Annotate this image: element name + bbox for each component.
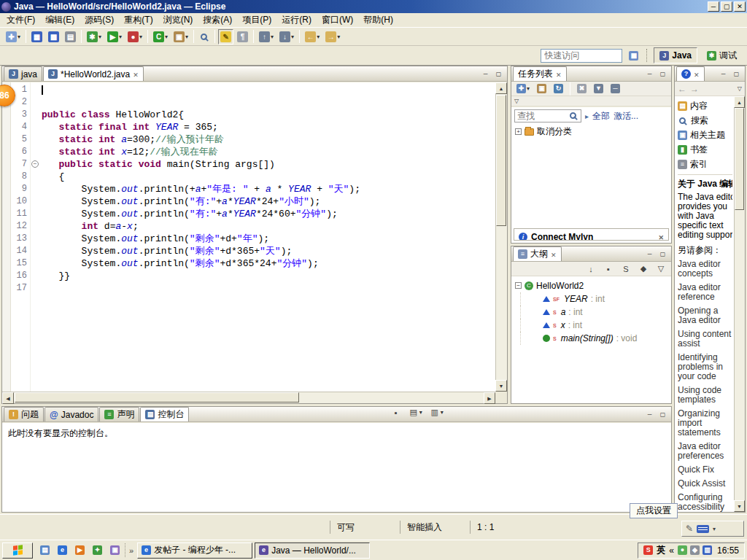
media-player-button[interactable]: ▶ xyxy=(73,543,87,557)
start-button[interactable] xyxy=(2,542,33,559)
scroll-right-icon[interactable]: ▶ xyxy=(484,392,495,404)
outline-tab[interactable]: ≡ 大纲 xyxy=(513,246,562,261)
help-nav-search[interactable]: 搜索 xyxy=(678,113,732,128)
sort-button[interactable]: ↓ xyxy=(584,262,598,276)
maximize-view-icon[interactable] xyxy=(657,249,668,259)
mark-occurrences-button[interactable]: ✎ xyxy=(218,29,233,44)
pen-icon[interactable]: ✎ xyxy=(686,524,693,534)
minimize-view-icon[interactable] xyxy=(480,69,491,79)
menu-item-9[interactable]: 帮助(H) xyxy=(358,12,398,28)
perspective-java-button[interactable]: J Java xyxy=(654,47,697,63)
quick-access-input[interactable] xyxy=(541,49,622,63)
filter-activate-link[interactable]: 激活... xyxy=(614,110,638,122)
close-icon[interactable] xyxy=(551,249,557,260)
hide-fields-button[interactable]: ▪ xyxy=(601,262,616,276)
close-icon[interactable] xyxy=(133,69,139,79)
save-button[interactable]: ▦ xyxy=(29,29,44,44)
window-maximize-button[interactable] xyxy=(721,1,732,12)
menu-item-1[interactable]: 编辑(E) xyxy=(40,12,80,28)
scrollbar-thumb[interactable] xyxy=(496,95,506,226)
task-list-view-menu[interactable]: ▽ xyxy=(511,96,671,106)
outline-member-2[interactable]: Sx : int xyxy=(520,319,671,332)
messenger-button[interactable]: ✦ xyxy=(90,543,104,557)
outline-member-1[interactable]: Sa : int xyxy=(520,306,671,319)
quick-launch-chevron-icon[interactable]: » xyxy=(128,546,135,555)
maximize-view-icon[interactable] xyxy=(493,69,504,79)
hide-non-public-button[interactable]: ◆ xyxy=(636,262,651,276)
window-close-button[interactable] xyxy=(734,1,746,12)
editor-horizontal-scrollbar[interactable]: ◀ ▶ xyxy=(2,392,495,403)
show-desktop-button[interactable]: ▤ xyxy=(38,543,52,557)
console-tab-problems[interactable]: !问题 xyxy=(4,407,44,421)
minimize-view-icon[interactable] xyxy=(644,249,655,259)
categorize-button[interactable]: ▣ xyxy=(535,82,549,96)
maximize-view-icon[interactable] xyxy=(657,410,668,419)
new-java-class-button[interactable]: C▾ xyxy=(151,29,170,44)
scroll-down-icon[interactable]: ▼ xyxy=(495,380,507,392)
uncategorized-row[interactable]: 取消分类 xyxy=(511,125,671,139)
scrollbar-thumb[interactable] xyxy=(15,392,299,402)
outline-class-row[interactable]: HelloWorld2 xyxy=(511,279,671,292)
volume-icon[interactable]: ◆ xyxy=(690,545,700,555)
console-tab-javadoc[interactable]: @Javadoc xyxy=(44,407,98,421)
help-topic-link-7[interactable]: Java editorpreferences xyxy=(678,442,732,461)
show-whitespace-button[interactable]: ¶ xyxy=(235,29,250,44)
code-area[interactable]: public class HelloWorld2{ static final i… xyxy=(39,82,495,392)
new-button[interactable]: ✚▾ xyxy=(4,29,23,44)
network-icon[interactable]: ▥ xyxy=(703,545,712,555)
antivirus-tray-icon[interactable]: S xyxy=(643,545,653,555)
close-icon[interactable] xyxy=(556,69,562,79)
minimize-view-icon[interactable] xyxy=(644,410,655,419)
browser-button[interactable]: e xyxy=(55,543,69,557)
run-external-tools-button[interactable]: ●▾ xyxy=(125,29,144,44)
minimize-view-icon[interactable] xyxy=(718,69,729,79)
close-icon[interactable] xyxy=(694,69,700,79)
forward-button[interactable]: →▾ xyxy=(323,29,342,44)
help-topic-link-4[interactable]: Identifyingproblems inyour code xyxy=(678,353,732,381)
view-menu-button[interactable]: ▽ xyxy=(654,262,668,276)
keyboard-icon[interactable] xyxy=(697,525,709,533)
explorer-button[interactable]: ▣ xyxy=(108,543,122,557)
language-menu-icon[interactable]: ▾ xyxy=(713,526,716,532)
help-topic-link-1[interactable]: Java editorreference xyxy=(678,283,732,302)
maximize-view-icon[interactable] xyxy=(731,69,742,79)
previous-annotation-button[interactable]: ↑▾ xyxy=(257,29,276,44)
menu-item-0[interactable]: 文件(F) xyxy=(1,12,40,28)
minimize-view-icon[interactable] xyxy=(644,69,655,79)
menu-item-6[interactable]: 项目(P) xyxy=(237,12,276,28)
editor-vertical-scrollbar[interactable]: ▲ ▼ xyxy=(495,82,507,392)
help-nav-index[interactable]: ≡索引 xyxy=(678,157,732,171)
open-perspective-button[interactable]: ▦ xyxy=(627,49,640,63)
perspective-bar-handle[interactable] xyxy=(646,49,649,62)
pin-console-button[interactable]: ▪ xyxy=(389,406,403,419)
outline-member-0[interactable]: SFYEAR : int xyxy=(520,292,671,306)
collapse-icon[interactable]: − xyxy=(31,160,39,168)
outline-member-3[interactable]: Smain(String[]) : void xyxy=(520,332,671,345)
search-button[interactable] xyxy=(197,31,212,42)
help-back-icon[interactable]: ← xyxy=(678,84,686,94)
next-annotation-button[interactable]: ↓▾ xyxy=(277,29,296,44)
filter-all-link[interactable]: 全部 xyxy=(592,110,610,122)
help-topic-link-0[interactable]: Java editorconcepts xyxy=(678,260,732,279)
help-topic-link-6[interactable]: Organizingimportstatements xyxy=(678,409,732,438)
console-tab-declaration[interactable]: ≡声明 xyxy=(99,407,139,421)
new-task-button[interactable]: ✚▾ xyxy=(514,82,532,96)
code-editor[interactable]: 1234567891011121314151617 − public class… xyxy=(2,82,495,392)
scroll-down-icon[interactable]: ▼ xyxy=(734,500,745,512)
language-bar[interactable]: ✎ ▾ xyxy=(681,521,744,537)
close-icon[interactable] xyxy=(658,232,664,241)
expander-icon[interactable] xyxy=(515,282,522,289)
hide-static-members-button[interactable]: S xyxy=(619,262,633,276)
window-minimize-button[interactable] xyxy=(708,1,719,12)
menu-item-4[interactable]: 浏览(N) xyxy=(158,12,198,28)
perspective-debug-button[interactable]: ✱ 调试 xyxy=(701,47,743,63)
help-view-menu-icon[interactable]: ▽ xyxy=(738,85,742,92)
maximize-view-icon[interactable] xyxy=(657,69,668,79)
task-list-tab[interactable]: 任务列表 xyxy=(513,66,567,81)
scroll-up-icon[interactable]: ▲ xyxy=(734,96,745,108)
menu-item-2[interactable]: 源码(S) xyxy=(80,12,119,28)
editor-tab-0[interactable]: Jjava xyxy=(4,66,42,81)
settings-float-button[interactable]: 点我设置 xyxy=(630,503,678,518)
collapse-all-button[interactable]: ─ xyxy=(608,82,622,96)
console-tab-console[interactable]: ▤控制台 xyxy=(140,407,189,421)
